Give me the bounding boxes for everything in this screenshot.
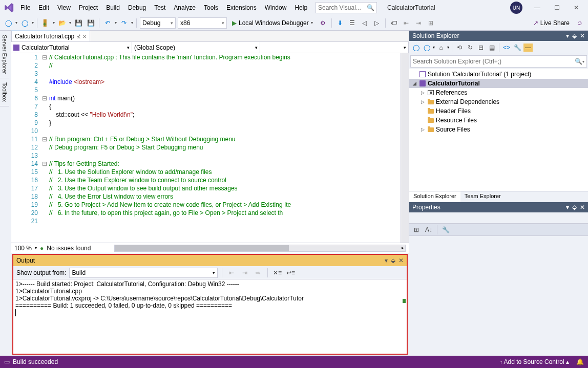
list-icon[interactable]: ☰ [347, 18, 358, 28]
properties-icon[interactable]: 🔧 [513, 43, 522, 52]
zoom-level[interactable]: 100 % [14, 245, 32, 252]
team-explorer-tab[interactable]: Team Explorer [460, 191, 505, 202]
live-share-button[interactable]: ↗Live Share [530, 19, 573, 27]
wrap-icon[interactable]: ↩≡ [285, 268, 296, 278]
alpha-sort-icon[interactable]: A↓ [424, 225, 434, 235]
nav-member-combo[interactable]: ▾ [260, 42, 409, 53]
properties-title: Properties ▾⬙✕ [409, 202, 588, 212]
start-debug-button[interactable]: ▶Local Windows Debugger▾ [229, 17, 316, 29]
references-node[interactable]: ▷References [409, 88, 588, 97]
solution-search-input[interactable]: Search Solution Explorer (Ctrl+;) 🔍▾ [410, 55, 587, 68]
close-button[interactable]: ✕ [566, 1, 586, 14]
collapse-icon[interactable]: ⊟ [476, 43, 486, 52]
vs-logo-icon[interactable] [2, 1, 16, 15]
close-icon[interactable]: ✕ [580, 32, 585, 39]
pin-icon[interactable]: ⬙ [572, 32, 577, 39]
preview-icon[interactable]: — [523, 44, 533, 52]
scroll-marker [403, 299, 406, 303]
user-avatar[interactable]: UN [510, 2, 522, 14]
document-tab[interactable]: CalculatorTutorial.cpp ⊀ ✕ [11, 30, 90, 41]
nav-project-combo[interactable]: CalculatorTutorial▾ [11, 42, 132, 53]
dropdown-icon[interactable]: ▾ [566, 32, 569, 39]
redo-icon[interactable]: ↷ [119, 18, 129, 28]
goto-prev-icon[interactable]: ⇤ [226, 268, 237, 278]
feedback-icon[interactable]: ☺ [575, 18, 585, 28]
show-all-icon[interactable]: ▤ [487, 43, 496, 52]
platform-dropdown[interactable]: x86▾ [178, 17, 227, 29]
clear-output-icon[interactable]: ✕≡ [272, 268, 282, 278]
dropdown-icon[interactable]: ▾ [566, 204, 569, 211]
maximize-button[interactable]: ☐ [547, 1, 566, 14]
uncomment-icon[interactable]: ⇥ [413, 18, 424, 28]
quick-search-input[interactable]: Search Visual... 🔍 [316, 2, 377, 13]
home-icon[interactable]: ◯ [411, 43, 421, 52]
menu-extensions[interactable]: Extensions [222, 2, 261, 13]
undo-icon[interactable]: ↶ [102, 18, 113, 28]
refresh-icon[interactable]: ↻ [466, 43, 475, 52]
issues-status[interactable]: No issues found [47, 245, 91, 252]
debug-prop-icon[interactable]: ⚙ [318, 18, 328, 28]
outdent-icon[interactable]: ◁ [360, 18, 370, 28]
menu-analyze[interactable]: Analyze [170, 2, 200, 13]
config-dropdown[interactable]: Debug▾ [140, 17, 176, 29]
pin-icon[interactable]: ⬙ [391, 257, 395, 264]
menu-view[interactable]: View [53, 2, 75, 13]
menu-project[interactable]: Project [75, 2, 102, 13]
add-source-control[interactable]: ↑ Add to Source Control ▴ [500, 358, 569, 365]
menu-test[interactable]: Test [150, 2, 170, 13]
nav-forward-icon[interactable]: ◯ [19, 18, 30, 28]
document-tab-label: CalculatorTutorial.cpp [15, 33, 74, 40]
horizontal-scrollbar[interactable]: ◂▸ [114, 245, 406, 252]
pin-icon[interactable]: ⊀ [76, 34, 80, 39]
close-icon[interactable]: ✕ [580, 204, 585, 211]
code-view-icon[interactable]: <> [502, 43, 511, 52]
server-explorer-tab[interactable]: Server Explorer [0, 31, 9, 78]
save-icon[interactable]: 💾 [73, 18, 83, 28]
solution-explorer-title: Solution Explorer ▾⬙✕ [409, 31, 588, 41]
indent-icon[interactable]: ▷ [372, 18, 382, 28]
menu-edit[interactable]: Edit [34, 2, 53, 13]
external-deps-node[interactable]: ▷External Dependencies [409, 97, 588, 106]
solution-node[interactable]: Solution 'CalculatorTutorial' (1 project… [409, 70, 588, 79]
menu-file[interactable]: File [16, 2, 34, 13]
source-files-node[interactable]: ▷Source Files [409, 125, 588, 134]
menu-tools[interactable]: Tools [200, 2, 222, 13]
back-icon[interactable]: ◯ [422, 43, 431, 52]
bookmark-icon[interactable]: 🏷 [389, 18, 399, 28]
categorize-icon[interactable]: ⊞ [411, 225, 422, 235]
save-all-icon[interactable]: 💾 [86, 18, 96, 28]
output-text[interactable]: 1>------ Build started: Project: Calcula… [13, 279, 407, 354]
close-tab-icon[interactable]: ✕ [82, 34, 87, 39]
nav-scope-combo[interactable]: (Global Scope)▾ [132, 42, 260, 53]
goto-icon[interactable]: ⇨ [253, 268, 263, 278]
output-source-combo[interactable]: Build▾ [69, 268, 218, 278]
pin-icon[interactable]: ⬙ [572, 204, 577, 211]
solution-explorer-tab[interactable]: Solution Explorer [409, 191, 460, 202]
menu-build[interactable]: Build [102, 2, 124, 13]
comment-icon[interactable]: ⇤ [401, 18, 411, 28]
show-output-from-label: Show output from: [16, 269, 66, 276]
dropdown-icon[interactable]: ▾ [385, 257, 388, 264]
minimize-button[interactable]: — [528, 1, 547, 14]
solution-tree[interactable]: Solution 'CalculatorTutorial' (1 project… [409, 69, 588, 191]
search-icon: 🔍 [575, 58, 582, 65]
notifications-icon[interactable]: 🔔 [576, 358, 584, 365]
header-files-node[interactable]: Header Files [409, 106, 588, 116]
home-view-icon[interactable]: ⌂ [436, 43, 446, 52]
resource-files-node[interactable]: Resource Files [409, 116, 588, 125]
open-file-icon[interactable]: 📂 [57, 18, 67, 28]
menu-help[interactable]: Help [290, 2, 311, 13]
step-into-icon[interactable]: ⬇ [335, 18, 345, 28]
wrench-icon[interactable]: 🔧 [440, 225, 451, 235]
toggle-icon[interactable]: ⊞ [426, 18, 436, 28]
menu-debug[interactable]: Debug [124, 2, 150, 13]
code-editor[interactable]: 123456789101112131415161718192021 ⊟ ⊟ ⊟ … [11, 53, 409, 243]
goto-next-icon[interactable]: ⇥ [240, 268, 250, 278]
nav-back-icon[interactable]: ◯ [3, 18, 13, 28]
menu-window[interactable]: Window [261, 2, 291, 13]
close-panel-icon[interactable]: ✕ [398, 257, 404, 264]
new-project-icon[interactable]: ▋✚ [40, 18, 51, 28]
toolbox-tab[interactable]: Toolbox [0, 78, 9, 106]
project-node[interactable]: ◢CalculatorTutorial [409, 79, 588, 88]
sync-icon[interactable]: ⟲ [455, 43, 464, 52]
